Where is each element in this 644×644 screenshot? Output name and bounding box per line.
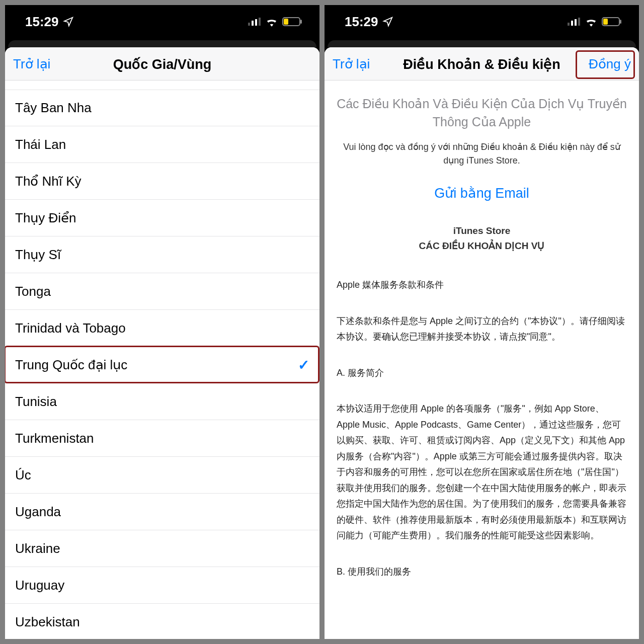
- country-label: Thụy Sĩ: [15, 247, 61, 263]
- country-row[interactable]: Thổ Nhĩ Kỳ: [5, 163, 319, 200]
- terms-paragraph: Apple 媒体服务条款和条件: [337, 277, 627, 293]
- country-row[interactable]: Uganda: [5, 494, 319, 530]
- svg-rect-1: [252, 21, 254, 26]
- phone-terms: 15:29 Trở lại Điều Khoản & Điều kiện Đồn…: [325, 5, 639, 639]
- store-header-line1: iTunes Store: [337, 223, 627, 238]
- svg-rect-6: [300, 20, 302, 24]
- svg-rect-10: [578, 18, 580, 26]
- country-row[interactable]: Turkmenistan: [5, 420, 319, 457]
- country-row[interactable]: Thụy Điển: [5, 200, 319, 236]
- country-label: Uganda: [15, 504, 61, 520]
- modal-background-edge: [328, 40, 636, 47]
- country-label: Tonga: [15, 284, 51, 299]
- svg-rect-0: [248, 23, 250, 26]
- terms-paragraph: 本协议适用于您使用 Apple 的各项服务（"服务"，例如 App Store、…: [337, 401, 627, 544]
- svg-rect-7: [568, 23, 570, 26]
- wifi-icon: [265, 17, 278, 27]
- location-arrow-icon: [63, 16, 74, 27]
- store-header-line2: CÁC ĐIỀU KHOẢN DỊCH VỤ: [337, 238, 627, 253]
- country-label: Uzbekistan: [15, 614, 80, 630]
- country-list[interactable]: Tây Ban NhaThái LanThổ Nhĩ KỳThụy ĐiểnTh…: [5, 80, 319, 639]
- svg-rect-5: [284, 19, 288, 25]
- terms-content[interactable]: Các Điều Khoản Và Điều Kiện Của Dịch Vụ …: [325, 80, 639, 639]
- send-by-email-link[interactable]: Gửi bằng Email: [337, 185, 627, 201]
- terms-heading: Các Điều Khoản Và Điều Kiện Của Dịch Vụ …: [337, 95, 627, 131]
- store-header: iTunes Store CÁC ĐIỀU KHOẢN DỊCH VỤ: [337, 223, 627, 253]
- battery-icon: [602, 17, 622, 26]
- terms-section-heading: B. 使用我们的服务: [337, 564, 627, 580]
- status-bar: 15:29: [5, 5, 319, 40]
- country-row[interactable]: Thụy Sĩ: [5, 236, 319, 273]
- status-time: 15:29: [25, 14, 59, 30]
- back-button[interactable]: Trở lại: [13, 56, 63, 72]
- status-time: 15:29: [345, 14, 378, 30]
- country-row[interactable]: Ukraine: [5, 530, 319, 567]
- svg-rect-13: [620, 20, 621, 24]
- location-arrow-icon: [382, 16, 393, 27]
- terms-modal: Trở lại Điều Khoản & Điều kiện Đồng ý Cá…: [325, 47, 639, 639]
- cellular-signal-icon: [568, 18, 581, 26]
- country-label: Uruguay: [15, 578, 64, 593]
- checkmark-icon: ✓: [298, 357, 309, 373]
- country-row[interactable]: Tonga: [5, 273, 319, 310]
- svg-rect-8: [571, 21, 573, 26]
- country-label: Ukraine: [15, 541, 60, 556]
- terms-paragraph: 下述条款和条件是您与 Apple 之间订立的合约（"本协议"）。请仔细阅读本协议…: [337, 313, 627, 345]
- wifi-icon: [585, 17, 598, 27]
- svg-rect-2: [255, 19, 257, 26]
- cellular-signal-icon: [248, 18, 261, 26]
- svg-rect-3: [259, 18, 261, 26]
- country-row[interactable]: Úc: [5, 457, 319, 494]
- country-row[interactable]: Tunisia: [5, 383, 319, 420]
- terms-subtitle: Vui lòng đọc và đồng ý với những Điều kh…: [337, 140, 627, 169]
- battery-icon: [282, 17, 302, 26]
- back-button[interactable]: Trở lại: [333, 56, 383, 72]
- country-label: Thái Lan: [15, 137, 66, 152]
- country-row[interactable]: Uruguay: [5, 567, 319, 604]
- country-label: Thụy Điển: [15, 210, 76, 226]
- country-label: Trinidad và Tobago: [15, 320, 126, 336]
- country-label: Thổ Nhĩ Kỳ: [15, 174, 82, 189]
- phone-country-region: 15:29 Trở lại Quốc Gia/Vùng Tây Ban NhaT…: [5, 5, 319, 639]
- country-label: Trung Quốc đại lục: [15, 357, 127, 373]
- svg-rect-12: [603, 19, 608, 25]
- agree-button[interactable]: Đồng ý: [581, 56, 631, 72]
- country-row[interactable]: Uzbekistan: [5, 604, 319, 639]
- nav-bar: Trở lại Điều Khoản & Điều kiện Đồng ý: [325, 47, 639, 80]
- country-row[interactable]: Thái Lan: [5, 126, 319, 163]
- country-row[interactable]: Trinidad và Tobago: [5, 310, 319, 347]
- country-label: Tunisia: [15, 394, 57, 410]
- country-label: Tây Ban Nha: [15, 100, 92, 116]
- country-row[interactable]: Tây Ban Nha: [5, 90, 319, 126]
- nav-bar: Trở lại Quốc Gia/Vùng: [5, 47, 319, 80]
- country-row[interactable]: Trung Quốc đại lục✓: [5, 347, 319, 383]
- svg-rect-9: [575, 19, 577, 26]
- status-bar: 15:29: [325, 5, 639, 40]
- country-label: Turkmenistan: [15, 431, 94, 446]
- modal-background-edge: [8, 40, 316, 47]
- terms-section-heading: A. 服务简介: [337, 365, 627, 381]
- country-label: Úc: [15, 467, 31, 483]
- country-modal: Trở lại Quốc Gia/Vùng Tây Ban NhaThái La…: [5, 47, 319, 639]
